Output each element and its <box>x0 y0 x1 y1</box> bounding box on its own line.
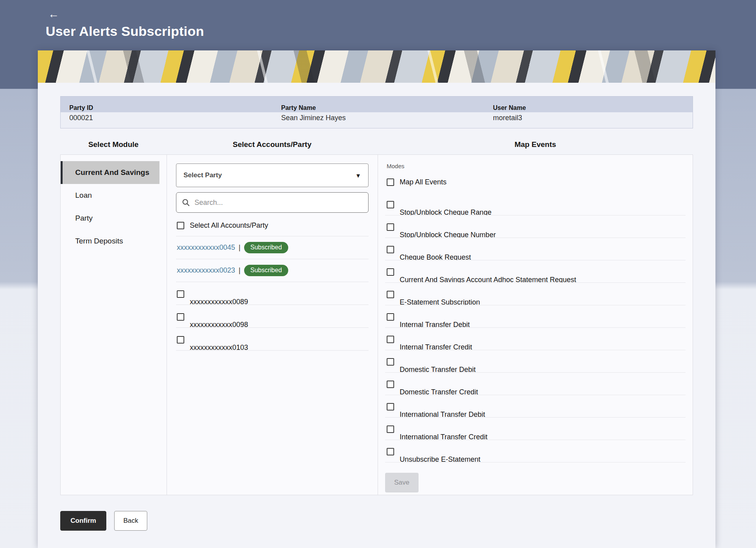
select-party-value: Select Party <box>183 171 355 179</box>
account-number-label: xxxxxxxxxxxx0098 <box>190 320 248 328</box>
event-label: Internal Transfer Credit <box>400 343 472 350</box>
party-name-label: Party Name <box>272 97 484 112</box>
event-label: Domestic Transfer Credit <box>400 388 478 395</box>
event-label: Stop/Unblock Cheque Number <box>400 230 496 238</box>
panels-container: Current And Savings Loan Party Term Depo… <box>60 154 693 495</box>
account-number-link[interactable]: xxxxxxxxxxxx0045 <box>177 243 235 252</box>
select-party-dropdown[interactable]: Select Party ▼ <box>176 163 369 187</box>
subscribed-badge: Subscribed <box>244 242 288 253</box>
event-checkbox[interactable] <box>387 201 394 208</box>
event-label: Current And Savings Account Adhoc Statem… <box>400 275 576 283</box>
event-label: Domestic Transfer Debit <box>400 365 476 373</box>
event-label: E-Statement Subscription <box>400 298 480 305</box>
event-checkbox[interactable] <box>387 268 394 276</box>
select-accounts-header: Select Accounts/Party <box>167 140 378 149</box>
module-item-term-deposits[interactable]: Term Deposits <box>61 230 159 253</box>
event-checkbox[interactable] <box>387 313 394 321</box>
event-checkbox[interactable] <box>387 223 394 231</box>
save-button[interactable]: Save <box>385 473 419 492</box>
confirm-button[interactable]: Confirm <box>60 511 106 531</box>
event-row: Domestic Transfer Credit <box>385 373 686 395</box>
event-row: Stop/Unblock Cheque Number <box>385 215 686 238</box>
module-item-party[interactable]: Party <box>61 207 159 230</box>
event-checkbox[interactable] <box>387 291 394 298</box>
event-label: Internal Transfer Debit <box>400 320 470 328</box>
event-row: International Transfer Debit <box>385 395 686 418</box>
event-label: Unsubscribe E-Statement <box>400 455 480 463</box>
select-module-header: Select Module <box>60 140 167 149</box>
events-panel: Modes Map All Events Stop/Unblock Cheque… <box>378 155 693 495</box>
module-item-current-and-savings[interactable]: Current And Savings <box>61 161 159 184</box>
account-checkbox[interactable] <box>177 290 184 298</box>
event-checkbox[interactable] <box>387 448 394 455</box>
account-row-subscribed: xxxxxxxxxxxx0023 | Subscribed <box>176 259 369 282</box>
account-number-label: xxxxxxxxxxxx0103 <box>190 343 248 351</box>
module-item-loan[interactable]: Loan <box>61 184 159 207</box>
modes-label: Modes <box>385 163 686 169</box>
chevron-down-icon: ▼ <box>355 172 361 179</box>
event-row: Current And Savings Account Adhoc Statem… <box>385 260 686 283</box>
event-checkbox[interactable] <box>387 246 394 253</box>
main-card: Party ID Party Name User Name 000021 Sea… <box>38 50 715 548</box>
user-name-value: moretail3 <box>484 112 693 128</box>
search-input[interactable] <box>195 199 363 207</box>
account-checkbox[interactable] <box>177 313 184 321</box>
party-id-label: Party ID <box>61 97 272 112</box>
map-all-events-row: Map All Events <box>385 175 686 189</box>
event-row: Cheque Book Request <box>385 238 686 260</box>
select-all-checkbox[interactable] <box>177 222 184 229</box>
event-label: International Transfer Credit <box>400 433 487 440</box>
event-row: Stop/Unblock Cheque Range <box>385 193 686 215</box>
account-row: xxxxxxxxxxxx0089 <box>176 282 369 305</box>
account-number-link[interactable]: xxxxxxxxxxxx0023 <box>177 266 235 275</box>
column-headers: Select Module Select Accounts/Party Map … <box>60 140 693 149</box>
back-button[interactable]: Back <box>114 511 147 531</box>
module-list-panel: Current And Savings Loan Party Term Depo… <box>61 155 167 495</box>
account-row: xxxxxxxxxxxx0098 <box>176 305 369 328</box>
event-row: Internal Transfer Debit <box>385 305 686 328</box>
event-label: International Transfer Debit <box>400 410 485 418</box>
event-label: Stop/Unblock Cheque Range <box>400 208 491 215</box>
separator: | <box>239 266 241 275</box>
decorative-banner <box>38 50 715 83</box>
event-row: Internal Transfer Credit <box>385 328 686 350</box>
party-name-value: Sean Jiminez Hayes <box>272 112 484 128</box>
separator: | <box>239 243 241 252</box>
account-number-label: xxxxxxxxxxxx0089 <box>190 297 248 305</box>
select-all-label: Select All Accounts/Party <box>190 221 268 230</box>
page: ← User Alerts Subscription Party ID Part… <box>0 0 756 548</box>
map-all-events-checkbox[interactable] <box>387 178 394 186</box>
accounts-panel: Select Party ▼ Select All Accounts/Party <box>167 155 378 495</box>
party-id-value: 000021 <box>61 112 272 128</box>
account-row: xxxxxxxxxxxx0103 <box>176 328 369 351</box>
map-events-header: Map Events <box>378 140 693 149</box>
event-label: Cheque Book Request <box>400 253 471 260</box>
subscribed-badge: Subscribed <box>244 265 288 276</box>
card-content: Party ID Party Name User Name 000021 Sea… <box>38 83 715 548</box>
page-title: User Alerts Subscription <box>46 24 204 39</box>
account-row-subscribed: xxxxxxxxxxxx0045 | Subscribed <box>176 236 369 259</box>
footer-actions: Confirm Back <box>60 511 693 531</box>
event-row: Unsubscribe E-Statement <box>385 440 686 463</box>
event-checkbox[interactable] <box>387 358 394 366</box>
select-all-row: Select All Accounts/Party <box>176 221 369 236</box>
party-info-bar: Party ID Party Name User Name 000021 Sea… <box>60 96 693 128</box>
event-checkbox[interactable] <box>387 336 394 343</box>
account-checkbox[interactable] <box>177 336 184 344</box>
event-checkbox[interactable] <box>387 381 394 388</box>
back-arrow-icon[interactable]: ← <box>48 9 59 20</box>
event-row: International Transfer Credit <box>385 418 686 440</box>
event-checkbox[interactable] <box>387 403 394 411</box>
user-name-label: User Name <box>484 97 693 112</box>
search-icon <box>182 199 190 206</box>
search-box <box>176 192 369 213</box>
event-row: Domestic Transfer Debit <box>385 350 686 373</box>
map-all-events-label: Map All Events <box>400 178 447 186</box>
event-checkbox[interactable] <box>387 425 394 433</box>
event-row: E-Statement Subscription <box>385 283 686 305</box>
